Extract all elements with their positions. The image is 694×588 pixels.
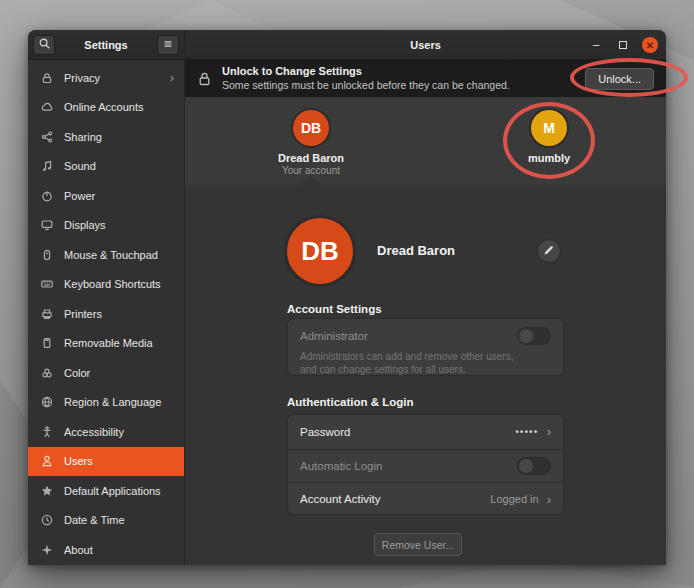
user-avatar: M [531, 110, 567, 146]
section-heading-auth-login: Authentication & Login [287, 396, 564, 408]
sparkle-icon [40, 543, 54, 557]
close-button[interactable]: ✕ [642, 37, 658, 53]
display-icon [40, 218, 54, 232]
row-automatic-login[interactable]: Automatic Login [288, 449, 563, 483]
row-label: Password [300, 426, 351, 438]
hamburger-menu-icon [162, 36, 174, 54]
pencil-icon [543, 242, 555, 260]
sidebar-item-label: Privacy [64, 72, 100, 84]
row-value: ••••• [515, 427, 538, 437]
titlebar: Settings Users – ✕ [28, 30, 666, 60]
maximize-icon [619, 41, 627, 49]
sidebar-item-privacy[interactable]: Privacy › [28, 63, 184, 93]
sidebar-item-label: About [64, 544, 93, 556]
sidebar-item-label: Date & Time [64, 514, 125, 526]
sidebar-item-users[interactable]: Users [28, 447, 184, 477]
minimize-button[interactable]: – [588, 37, 604, 53]
sidebar-item-label: Color [64, 367, 90, 379]
sidebar-item-label: Keyboard Shortcuts [64, 278, 161, 290]
sidebar-item-about[interactable]: About [28, 535, 184, 565]
remove-user-button[interactable]: Remove User... [374, 533, 462, 556]
sidebar-item-label: Power [64, 190, 95, 202]
sidebar-item-label: Mouse & Touchpad [64, 249, 158, 261]
sidebar-item-keyboard-shortcuts[interactable]: Keyboard Shortcuts [28, 270, 184, 300]
administrator-toggle[interactable] [517, 327, 551, 345]
unlock-text: Unlock to Change Settings Some settings … [222, 65, 510, 92]
user-name: Dread Baron [278, 152, 344, 164]
color-icon [40, 366, 54, 380]
lock-icon [197, 71, 212, 87]
sidebar-item-label: Online Accounts [64, 101, 144, 113]
unlock-button[interactable]: Unlock... [585, 68, 654, 90]
user-chip-mumbly[interactable]: M mumbly [489, 110, 609, 164]
panel-header: Users – ✕ [185, 30, 666, 59]
music-note-icon [40, 159, 54, 173]
chevron-right-icon: › [170, 70, 174, 85]
sidebar-item-sharing[interactable]: Sharing [28, 122, 184, 152]
sidebar-item-sound[interactable]: Sound [28, 152, 184, 182]
sidebar-item-label: Users [64, 455, 93, 467]
row-password[interactable]: Password ••••• › [288, 415, 563, 449]
users-icon [40, 454, 54, 468]
sidebar-item-label: Accessibility [64, 426, 124, 438]
lock-icon [40, 71, 54, 85]
sidebar-item-label: Region & Language [64, 396, 161, 408]
printer-icon [40, 307, 54, 321]
sidebar-item-accessibility[interactable]: Accessibility [28, 417, 184, 447]
user-avatar: DB [293, 110, 329, 146]
accessibility-icon [40, 425, 54, 439]
row-toggle[interactable] [517, 457, 551, 475]
sidebar-item-mouse-touchpad[interactable]: Mouse & Touchpad [28, 240, 184, 270]
unlock-subtitle: Some settings must be unlocked before th… [222, 79, 510, 92]
profile-name: Dread Baron [377, 243, 455, 258]
profile-header: DB Dread Baron [287, 218, 564, 284]
users-panel: Unlock to Change Settings Some settings … [185, 60, 666, 565]
toggle-knob [519, 459, 533, 473]
administrator-label: Administrator [300, 330, 368, 342]
sidebar-item-default-applications[interactable]: Default Applications [28, 476, 184, 506]
sidebar-item-region-language[interactable]: Region & Language [28, 388, 184, 418]
menu-button[interactable] [157, 35, 179, 55]
sidebar-item-color[interactable]: Color [28, 358, 184, 388]
cloud-icon [40, 100, 54, 114]
settings-window: Settings Users – ✕ Privacy › Online Acco… [28, 30, 666, 565]
sidebar-item-displays[interactable]: Displays [28, 211, 184, 241]
sidebar-item-date-time[interactable]: Date & Time [28, 506, 184, 536]
chevron-right-icon: › [547, 492, 551, 507]
auth-login-card: Password ••••• › Automatic Login Account… [287, 414, 564, 515]
mouse-icon [40, 248, 54, 262]
star-icon [40, 484, 54, 498]
sidebar-item-label: Displays [64, 219, 106, 231]
user-name: mumbly [528, 152, 570, 164]
power-icon [40, 189, 54, 203]
toggle-knob [519, 329, 533, 343]
sidebar-item-label: Default Applications [64, 485, 161, 497]
row-label: Account Activity [300, 493, 381, 505]
sidebar-item-label: Removable Media [64, 337, 153, 349]
row-label: Automatic Login [300, 460, 382, 472]
removable-media-icon [40, 336, 54, 350]
sidebar-item-label: Printers [64, 308, 102, 320]
maximize-button[interactable] [615, 37, 631, 53]
clock-icon [40, 513, 54, 527]
user-chip-dread-baron[interactable]: DB Dread Baron Your account [251, 110, 371, 176]
sidebar-item-printers[interactable]: Printers [28, 299, 184, 329]
unlock-infobar: Unlock to Change Settings Some settings … [185, 60, 666, 97]
sidebar-item-power[interactable]: Power [28, 181, 184, 211]
share-icon [40, 130, 54, 144]
account-settings-card: Administrator Administrators can add and… [287, 318, 564, 376]
sidebar-item-label: Sound [64, 160, 96, 172]
row-account-activity[interactable]: Account Activity Logged in › [288, 482, 563, 516]
administrator-description: Administrators can add and remove other … [300, 350, 515, 376]
user-subtitle: Your account [282, 165, 340, 176]
profile-avatar[interactable]: DB [287, 218, 353, 284]
edit-name-button[interactable] [537, 239, 561, 263]
keyboard-icon [40, 277, 54, 291]
user-detail-area: DB Dread Baron Account Settings Administ… [185, 185, 666, 565]
sidebar-nav: Privacy › Online Accounts Sharing Sound … [28, 60, 185, 565]
window-controls: – ✕ [588, 30, 658, 60]
sidebar-item-online-accounts[interactable]: Online Accounts [28, 93, 184, 123]
globe-icon [40, 395, 54, 409]
sidebar-item-removable-media[interactable]: Removable Media [28, 329, 184, 359]
section-heading-account-settings: Account Settings [287, 303, 564, 315]
